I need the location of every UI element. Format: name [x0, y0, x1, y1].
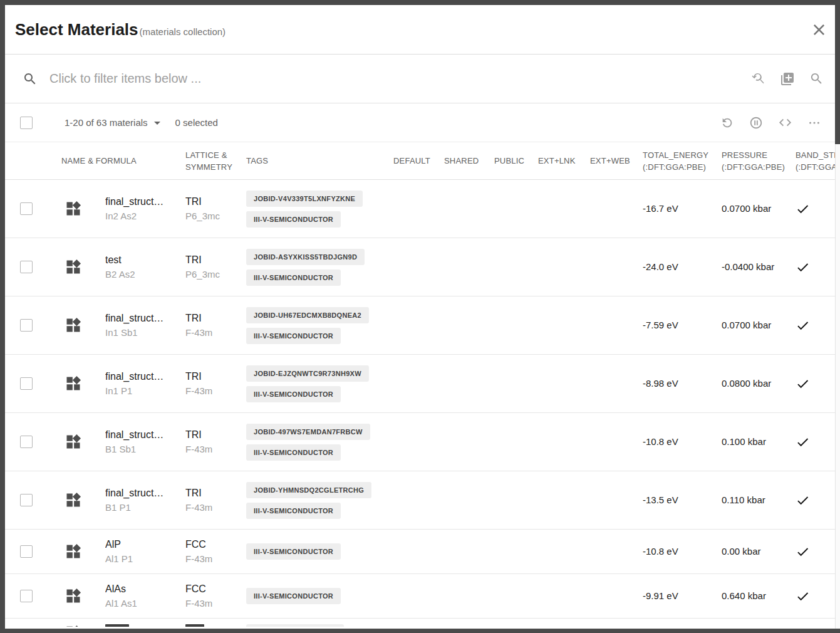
selected-count-label: 0 selected: [175, 117, 218, 128]
total-energy-value: -10.8 eV: [643, 546, 678, 557]
code-icon[interactable]: [778, 115, 792, 130]
lattice-type: TRI: [185, 195, 241, 208]
close-icon[interactable]: [811, 21, 827, 38]
column-header-default: DEFAULT: [388, 155, 439, 167]
material-name: AlP: [105, 538, 180, 551]
scrollbar-track[interactable]: [835, 5, 840, 629]
pressure-value: 0.00 kbar: [722, 546, 761, 557]
dialog-subtitle: (materials collection): [140, 26, 226, 37]
band-structure-check-icon: [796, 377, 840, 391]
total-energy-value: -24.0 eV: [643, 261, 678, 272]
table-header-row: NAME & FORMULA LATTICE & SYMMETRY TAGS D…: [5, 142, 840, 180]
table-row[interactable]: test B2 As2 TRI P6_3mc JOBID-ASYXKISS5TB…: [5, 238, 840, 296]
search-history-icon[interactable]: [751, 71, 765, 86]
material-name: final_struct…: [105, 428, 180, 441]
table-row[interactable]: final_struct… In1 Sb1 TRI F-43m JOBID-UH…: [5, 296, 840, 355]
total-energy-value: -9.91 eV: [643, 590, 678, 601]
lattice-type: FCC: [185, 582, 241, 595]
lattice-type: TRI: [185, 370, 241, 383]
material-widgets-icon: [65, 316, 105, 334]
table-row[interactable]: final_struct… B1 P1 TRI F-43m JOBID-YHMN…: [5, 471, 840, 530]
material-name: final_struct…: [105, 195, 180, 208]
pressure-value: 0.640 kbar: [722, 590, 766, 601]
filter-input[interactable]: [49, 71, 751, 86]
material-name: final_struct…: [105, 370, 180, 383]
material-widgets-icon: [65, 543, 105, 560]
column-header-tags: TAGS: [241, 155, 388, 167]
lattice-type: FCC: [185, 538, 241, 551]
scrollbar-thumb[interactable]: [835, 5, 840, 144]
tags-cell: JOBID-YHMNSDQ2CGLETRCHGIII-V-SEMICONDUCT…: [241, 482, 388, 519]
band-structure-check-icon: [796, 435, 840, 449]
row-checkbox[interactable]: [20, 494, 33, 506]
table-row[interactable]: AlAs Al1 As1 FCC F-43m III-V-SEMICONDUCT…: [5, 574, 840, 619]
material-formula: In1 Sb1: [105, 327, 180, 339]
lattice-clipped: [180, 624, 241, 627]
table-row-partial[interactable]: [5, 619, 840, 627]
symmetry-group: P6_3mc: [185, 268, 241, 281]
material-widgets-icon: [65, 200, 105, 217]
lattice-type: TRI: [185, 428, 241, 441]
symmetry-group: F-43m: [185, 385, 241, 397]
material-widgets-icon: [65, 258, 105, 276]
material-widgets-icon: [65, 433, 105, 451]
lattice-type: TRI: [185, 486, 241, 500]
column-header-ext-web: EXT+WEB: [585, 155, 638, 167]
total-energy-value: -7.59 eV: [643, 320, 678, 330]
table-row[interactable]: AlP Al1 P1 FCC F-43m III-V-SEMICONDUCTOR…: [5, 530, 840, 574]
tag-chip: JOBID-V4V339T5LXNFYZKNE: [246, 191, 363, 207]
material-formula: In2 As2: [105, 210, 180, 222]
tag-chip: JOBID-YHMNSDQ2CGLETRCHG: [246, 482, 371, 498]
select-all-checkbox[interactable]: [20, 117, 33, 129]
search-action-icon[interactable]: [809, 71, 824, 86]
symmetry-group: F-43m: [185, 553, 241, 565]
material-formula: In1 P1: [105, 385, 180, 397]
more-options-icon[interactable]: [807, 116, 821, 130]
pagination-dropdown[interactable]: 1-20 of 63 materials: [65, 117, 160, 128]
tag-chip: JOBID-497WS7EMDAN7FRBCW: [246, 424, 370, 440]
tag-chip: JOBID-UH67EDCMXB8DQNEA2: [246, 307, 369, 323]
materials-table-body: final_struct… In2 As2 TRI P6_3mc JOBID-V…: [5, 180, 840, 619]
pressure-value: 0.0800 kbar: [722, 378, 771, 389]
row-checkbox[interactable]: [20, 202, 33, 215]
tag-chip: JOBID-ASYXKISS5TBDJGN9D: [246, 249, 365, 265]
material-formula: Al1 P1: [105, 553, 180, 565]
pause-circle-icon[interactable]: [749, 116, 763, 130]
total-energy-value: -16.7 eV: [643, 203, 678, 214]
row-checkbox[interactable]: [20, 261, 33, 273]
symmetry-group: F-43m: [185, 443, 241, 456]
column-header-lattice-symmetry: LATTICE & SYMMETRY: [180, 149, 241, 173]
band-structure-check-icon: [796, 260, 840, 275]
lattice-type: TRI: [185, 253, 241, 266]
pressure-value: 0.100 kbar: [722, 436, 766, 447]
tags-cell: JOBID-EJZQNWTC9R73NH9XWIII-V-SEMICONDUCT…: [241, 365, 388, 402]
symmetry-group: F-43m: [185, 501, 241, 514]
tags-cell: III-V-SEMICONDUCTOR: [241, 588, 388, 604]
tag-chip: III-V-SEMICONDUCTOR: [246, 543, 341, 560]
material-name: final_struct…: [105, 311, 180, 325]
band-structure-check-icon: [796, 493, 840, 508]
row-checkbox[interactable]: [20, 319, 33, 332]
material-widgets-icon: [65, 375, 105, 392]
material-formula: Al1 As1: [105, 597, 180, 610]
tag-chip: III-V-SEMICONDUCTOR: [246, 444, 341, 461]
band-structure-check-icon: [796, 589, 840, 604]
tag-chip: III-V-SEMICONDUCTOR: [246, 588, 341, 604]
pressure-value: 0.0700 kbar: [722, 320, 771, 330]
material-widgets-icon: [65, 624, 105, 627]
row-checkbox[interactable]: [20, 545, 33, 558]
table-row[interactable]: final_struct… B1 Sb1 TRI F-43m JOBID-497…: [5, 413, 840, 471]
row-checkbox[interactable]: [20, 377, 33, 390]
table-row[interactable]: final_struct… In2 As2 TRI P6_3mc JOBID-V…: [5, 180, 840, 238]
add-to-collection-icon[interactable]: [780, 71, 795, 86]
column-header-public: PUBLIC: [489, 155, 533, 167]
dialog-title: Select Materials: [15, 20, 138, 39]
row-checkbox[interactable]: [20, 590, 33, 602]
symmetry-group: F-43m: [185, 327, 241, 339]
material-name: final_struct…: [105, 486, 180, 500]
table-row[interactable]: final_struct… In1 P1 TRI F-43m JOBID-EJZ…: [5, 355, 840, 413]
tags-cell: JOBID-497WS7EMDAN7FRBCWIII-V-SEMICONDUCT…: [241, 424, 388, 461]
search-icon: [23, 71, 38, 86]
refresh-icon[interactable]: [720, 116, 734, 130]
row-checkbox[interactable]: [20, 436, 33, 448]
